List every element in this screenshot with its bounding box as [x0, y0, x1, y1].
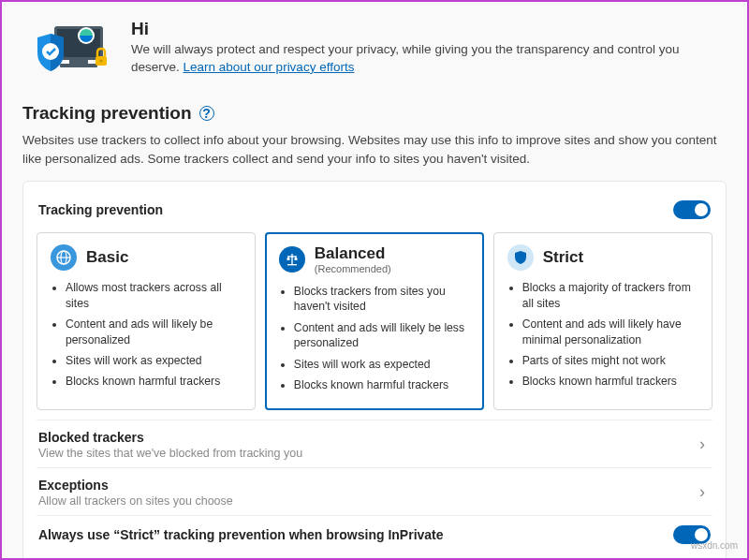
blocked-trackers-desc: View the sites that we've blocked from t… — [38, 447, 302, 460]
tracking-toggle-row: Tracking prevention — [37, 193, 712, 227]
exceptions-row[interactable]: Exceptions Allow all trackers on sites y… — [37, 467, 712, 515]
hero-body: We will always protect and respect your … — [131, 41, 727, 77]
svg-rect-11 — [291, 254, 292, 264]
watermark: wsxdn.com — [691, 540, 738, 551]
blocked-trackers-title: Blocked trackers — [38, 430, 302, 445]
tracking-panel: Tracking prevention Basic Allows most tr… — [22, 181, 727, 560]
svg-point-5 — [42, 43, 59, 60]
card-balanced[interactable]: Balanced(Recommended) Blocks trackers fr… — [265, 232, 483, 410]
card-balanced-title: Balanced — [315, 244, 391, 263]
chevron-right-icon: › — [694, 435, 711, 454]
globe-icon — [51, 244, 77, 271]
privacy-efforts-link[interactable]: Learn about our privacy efforts — [184, 60, 355, 74]
card-basic-title: Basic — [86, 248, 128, 267]
exceptions-title: Exceptions — [38, 478, 233, 493]
section-description: Websites use trackers to collect info ab… — [22, 131, 727, 168]
privacy-hero: Hi We will always protect and respect yo… — [22, 19, 727, 84]
card-basic-bullets: Allows most trackers across all sites Co… — [51, 280, 242, 390]
inprivate-strict-row: Always use “Strict” tracking prevention … — [37, 515, 712, 552]
card-strict[interactable]: Strict Blocks a majority of trackers fro… — [493, 232, 712, 410]
level-cards: Basic Allows most trackers across all si… — [37, 232, 712, 410]
card-balanced-sub: (Recommended) — [315, 263, 391, 274]
blocked-trackers-row[interactable]: Blocked trackers View the sites that we'… — [37, 420, 712, 467]
svg-rect-12 — [287, 264, 297, 265]
tracking-toggle[interactable] — [673, 200, 711, 219]
section-title: Tracking prevention ? — [22, 103, 727, 124]
privacy-hero-icon — [22, 19, 112, 84]
help-icon[interactable]: ? — [199, 106, 214, 121]
balance-icon — [279, 246, 305, 273]
tracking-toggle-label: Tracking prevention — [38, 202, 163, 217]
card-strict-title: Strict — [543, 248, 583, 267]
svg-point-7 — [100, 60, 103, 63]
card-basic[interactable]: Basic Allows most trackers across all si… — [37, 232, 256, 410]
card-strict-bullets: Blocks a majority of trackers from all s… — [507, 280, 698, 390]
inprivate-strict-label: Always use “Strict” tracking prevention … — [38, 527, 444, 542]
shield-icon — [507, 244, 534, 271]
card-balanced-bullets: Blocks trackers from sites you haven't v… — [279, 284, 470, 393]
svg-rect-2 — [69, 60, 88, 64]
exceptions-desc: Allow all trackers on sites you choose — [38, 494, 233, 508]
svg-rect-3 — [60, 64, 97, 67]
greeting: Hi — [131, 19, 727, 39]
hero-text: Hi We will always protect and respect yo… — [131, 19, 727, 84]
chevron-right-icon: › — [694, 482, 711, 502]
